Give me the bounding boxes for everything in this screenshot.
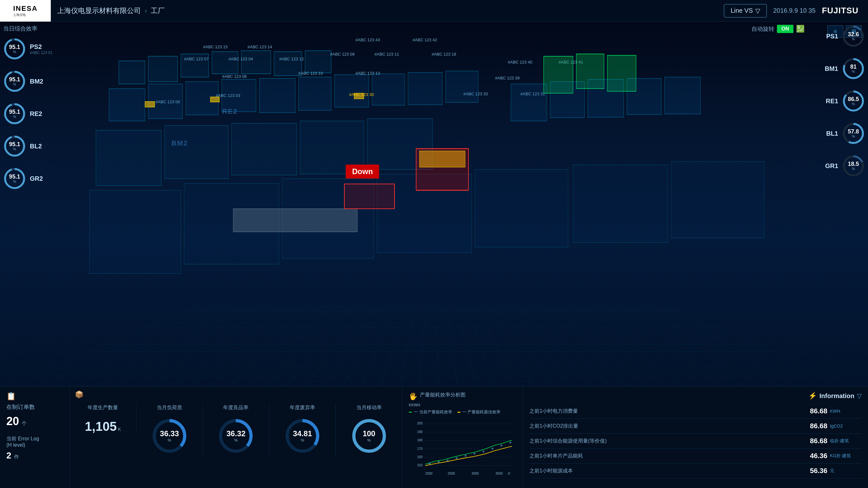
bl2-unit: %: [9, 147, 20, 151]
stat-annual-yield: 年度良品率 36.32 %: [203, 404, 270, 458]
breadcrumb: 上海仪电显示材料有限公司 › 工厂: [57, 6, 165, 16]
stat-label-2: 年度良品率: [223, 404, 248, 411]
svg-rect-18: [408, 73, 442, 105]
info-value-4: 56.36: [810, 467, 827, 475]
metric-row-bm1: BM1 81 %: [814, 57, 865, 80]
stat-label-0: 年度生产数量: [88, 404, 118, 411]
svg-rect-3: [212, 52, 238, 74]
abc-label-2: #ABC 123 14: [248, 45, 272, 49]
svg-rect-17: [372, 74, 405, 105]
bm2-zone-label: BM2: [172, 139, 188, 147]
info-unit-1: tgCO2: [830, 424, 862, 429]
info-row-0: 之前1小时电力消费量 86.68 KWH: [529, 404, 862, 419]
legend-label-ylabel: KKWH: [409, 403, 420, 407]
stat-value-0: 1,105: [85, 420, 117, 434]
metric-circle-bl2: 95.1 %: [3, 135, 26, 157]
svg-point-88: [429, 463, 431, 464]
abc-label-8: #ABC 123 09: [330, 52, 354, 57]
svg-rect-1: [148, 56, 178, 82]
svg-rect-33: [90, 190, 181, 274]
header-right: Line VS ▽ 2016.9.9 10 35 FUJITSU: [724, 4, 859, 18]
error-value: 2: [6, 451, 11, 461]
svg-rect-5: [274, 52, 302, 76]
svg-rect-38: [573, 165, 668, 242]
bm1-name: BM1: [825, 65, 838, 73]
stat-monthly-load: 当月负荷质 36.33 %: [136, 404, 203, 458]
abc-label-19: #ABC 123 33: [463, 91, 488, 96]
donut-val-1: 36.33: [160, 429, 179, 438]
abc-label-7: #ABC 123 12: [279, 57, 304, 61]
orders-value: 20: [6, 414, 19, 428]
map-icon: 💹: [796, 25, 805, 33]
donut-unit-2: %: [226, 438, 245, 442]
abc-label-12: #ABC 123 10: [298, 71, 323, 76]
breadcrumb-sep: ›: [145, 7, 147, 14]
abc-label-14: #ABC 123 06: [156, 99, 180, 104]
svg-text:160: 160: [417, 455, 423, 459]
line-vs-button[interactable]: Line VS ▽: [724, 4, 767, 18]
abc-label-20: #ABC 123 31: [521, 91, 545, 96]
metric-row-gr1: GR1 18.5 %: [814, 154, 865, 177]
dropdown-arrow-icon: ▽: [755, 7, 760, 15]
svg-text:2000: 2000: [425, 472, 433, 475]
bl2-name: BL2: [30, 143, 42, 150]
bm1-unit: %: [850, 69, 857, 74]
info-row-3: 之前1小时单片产品能耗 46.36 KG折·建筑: [529, 449, 862, 463]
svg-rect-9: [608, 55, 636, 91]
re2-zone-label: RE2: [222, 107, 238, 116]
info-header: ⚡ Information ▽: [529, 392, 862, 400]
gr2-unit: %: [9, 179, 20, 183]
svg-text:200: 200: [417, 422, 423, 425]
info-label-3: 之前1小时单片产品能耗: [529, 453, 810, 459]
info-unit-2: 临折·建筑: [830, 438, 862, 444]
chart-legend: KKWH: [409, 403, 516, 407]
logo-text: INESA: [13, 4, 37, 13]
info-row-2: 之前1小时综合能源使用量(等价值) 86.68 临折·建筑: [529, 434, 862, 449]
svg-text:3500: 3500: [495, 472, 503, 475]
svg-rect-4: [242, 51, 271, 74]
info-title: Information: [819, 392, 854, 400]
svg-point-89: [438, 461, 439, 463]
metric-circle-ps2: 95.1 %: [3, 37, 26, 60]
gr2-name: GR2: [30, 175, 43, 182]
metric-row-bm2: 95.1 % BM2: [3, 70, 54, 93]
abc-label-13: #ABC 123 13: [355, 71, 380, 76]
svg-rect-30: [145, 102, 155, 107]
stat-monthly-move: 当月移动率 100 %: [336, 404, 402, 458]
svg-point-94: [483, 451, 485, 452]
abc-label-15: #ABC 123 03: [216, 93, 240, 98]
stat-production-volume: 年度生产数量 1,105 K: [70, 404, 136, 434]
ps1-unit: %: [848, 37, 859, 41]
abc-label-10: #ABC 123 18: [432, 52, 456, 57]
error-label: 当前 Error Log(H level): [6, 436, 63, 448]
gr1-value: 18.5: [848, 161, 859, 167]
down-block: [344, 184, 395, 209]
info-value-0: 86.68: [810, 407, 827, 415]
abc-label-3: #ABC 123 43: [355, 37, 380, 42]
info-collapse-button[interactable]: ▽: [857, 392, 862, 400]
bl1-unit: %: [848, 134, 859, 138]
stat-annual-waste: 年度废弃率 34.81 %: [270, 404, 336, 458]
info-value-1: 86.68: [810, 422, 827, 430]
metric-circle-bl1: 57.8 %: [842, 122, 865, 145]
left-panel-title: 当日综合效率: [3, 25, 54, 32]
donut-unit-4: %: [363, 438, 375, 442]
company-name: 上海仪电显示材料有限公司: [57, 6, 141, 16]
info-unit-0: KWH: [830, 408, 862, 414]
svg-rect-21: [550, 82, 584, 118]
svg-rect-26: [165, 125, 228, 178]
svg-rect-23: [627, 79, 661, 114]
svg-rect-0: [119, 61, 145, 84]
abc-label-16: #ABC 123 40: [508, 60, 532, 64]
abc-label-11: #ABC 123 08: [222, 74, 247, 79]
metric-row-bl2: 95.1 % BL2: [3, 135, 54, 157]
legend-text-1: 一 产量能耗最佳效率: [462, 409, 501, 415]
svg-text:2500: 2500: [447, 472, 455, 475]
abc-label-6: #ABC 123 04: [228, 57, 253, 61]
svg-rect-29: [367, 118, 433, 169]
left-metrics-panel: 当日综合效率 95.1 % PS2 #ABC 123 01 95.1: [0, 22, 57, 386]
auto-rotate-toggle[interactable]: ON: [777, 25, 794, 33]
donut-annual-yield: 36.32 %: [217, 417, 255, 455]
metric-circle-bm2: 95.1 %: [3, 70, 26, 93]
chart-legend-items: 一 当前产量能耗效率 一 产量能耗最佳效率: [409, 409, 516, 415]
